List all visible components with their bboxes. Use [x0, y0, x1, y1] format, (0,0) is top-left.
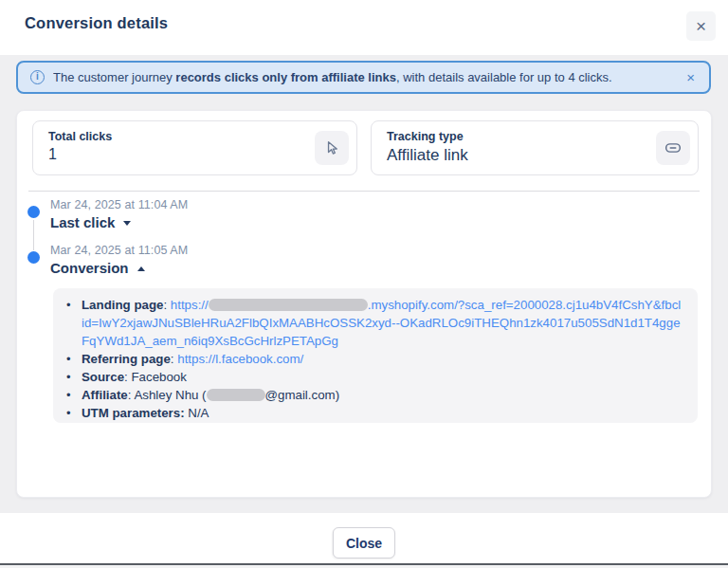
close-button[interactable]: Close — [333, 527, 395, 559]
timeline-connector — [33, 220, 34, 250]
detail-referring-page: • Referring page: https://l.facebook.com… — [66, 350, 682, 368]
conversion-toggle[interactable]: Conversion — [50, 260, 188, 276]
conversion-label: Conversion — [50, 260, 129, 276]
tracking-type-value: Affiliate link — [387, 146, 468, 165]
cursor-icon — [315, 131, 349, 165]
tracking-type-card: Tracking type Affiliate link — [371, 120, 699, 175]
detail-affiliate: • Affiliate: Ashley Nhu (@gmail.com) — [66, 386, 682, 404]
total-clicks-value: 1 — [48, 146, 57, 163]
bullet-icon: • — [66, 350, 82, 368]
chevron-up-icon — [137, 266, 145, 271]
link-icon — [656, 131, 690, 165]
detail-utm: • UTM parameters: N/A — [66, 404, 682, 422]
tracking-type-label: Tracking type — [387, 130, 464, 143]
timeline-dot — [27, 206, 40, 218]
bullet-icon: • — [66, 386, 82, 404]
total-clicks-card: Total clicks 1 — [32, 120, 357, 175]
conversion-panel: Total clicks 1 Tracking type Affiliate l… — [16, 110, 712, 498]
redacted-email — [207, 389, 265, 401]
timeline-entry-last-click: Mar 24, 2025 at 11:04 AM Last click — [50, 198, 188, 230]
last-click-toggle[interactable]: Last click — [50, 214, 188, 230]
total-clicks-label: Total clicks — [48, 130, 112, 143]
last-click-label: Last click — [50, 214, 115, 230]
detail-source: • Source: Facebook — [66, 368, 682, 386]
info-banner-text: The customer journey records clicks only… — [53, 70, 676, 84]
chevron-down-icon — [123, 221, 131, 226]
close-icon[interactable]: × — [686, 11, 716, 41]
timeline-timestamp: Mar 24, 2025 at 11:05 AM — [50, 244, 188, 257]
referring-page-link[interactable]: https://l.facebook.com/ — [177, 352, 303, 366]
conversion-details-box: • Landing page: https://.myshopify.com/?… — [53, 288, 698, 423]
banner-dismiss-icon[interactable]: × — [684, 69, 697, 85]
utm-value: N/A — [185, 406, 209, 420]
modal-header: Conversion details × — [0, 0, 728, 55]
timeline-timestamp: Mar 24, 2025 at 11:04 AM — [50, 198, 188, 211]
info-icon: i — [30, 70, 45, 84]
page-title: Conversion details — [25, 14, 168, 32]
landing-page-link[interactable]: https://.myshopify.com/?sca_ref=2000028.… — [82, 298, 681, 348]
bullet-icon: • — [66, 404, 82, 422]
bullet-icon: • — [66, 296, 82, 350]
redacted-shop-name — [209, 299, 368, 311]
bullet-icon: • — [66, 368, 82, 386]
info-banner: i The customer journey records clicks on… — [16, 61, 711, 94]
source-value: Facebook — [131, 370, 186, 384]
timeline-entry-conversion: Mar 24, 2025 at 11:05 AM Conversion — [50, 244, 188, 276]
timeline-dot — [27, 251, 40, 264]
divider — [28, 191, 700, 192]
detail-landing-page: • Landing page: https://.myshopify.com/?… — [66, 296, 682, 350]
